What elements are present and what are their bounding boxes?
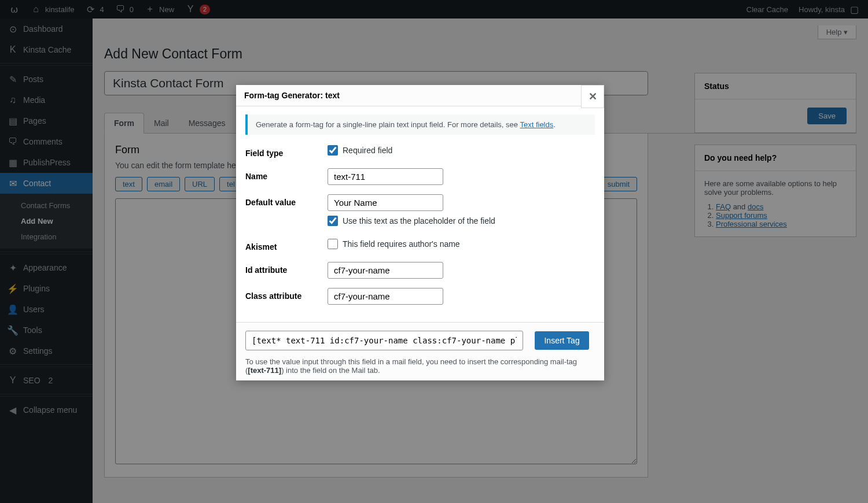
- text-fields-link[interactable]: Text fields: [520, 120, 553, 129]
- required-field-label: Required field: [343, 146, 392, 155]
- id-attribute-label: Id attribute: [245, 262, 328, 275]
- akismet-label: Akismet: [245, 239, 328, 252]
- field-type-label: Field type: [245, 145, 328, 158]
- form-tag-generator-modal: Form-tag Generator: text ✕ Generate a fo…: [236, 85, 604, 380]
- akismet-checkbox[interactable]: [328, 239, 338, 249]
- modal-close-button[interactable]: ✕: [581, 85, 604, 108]
- generated-tag-input[interactable]: [245, 331, 523, 350]
- default-value-input[interactable]: [328, 194, 443, 211]
- default-value-label: Default value: [245, 194, 328, 207]
- modal-info: Generate a form-tag for a single-line pl…: [245, 114, 595, 135]
- name-input[interactable]: [328, 168, 443, 185]
- placeholder-checkbox[interactable]: [328, 216, 338, 226]
- mail-tag-note: To use the value input through this fiel…: [245, 357, 595, 375]
- insert-tag-button[interactable]: Insert Tag: [535, 331, 589, 350]
- class-attribute-label: Class attribute: [245, 288, 328, 301]
- class-attribute-input[interactable]: [328, 288, 443, 305]
- akismet-cb-label: This field requires author's name: [343, 239, 460, 249]
- name-label: Name: [245, 168, 328, 181]
- required-field-checkbox[interactable]: [328, 145, 338, 156]
- placeholder-label: Use this text as the placeholder of the …: [343, 216, 495, 225]
- modal-title: Form-tag Generator: text ✕: [236, 85, 604, 106]
- close-icon: ✕: [589, 90, 597, 103]
- id-attribute-input[interactable]: [328, 262, 443, 279]
